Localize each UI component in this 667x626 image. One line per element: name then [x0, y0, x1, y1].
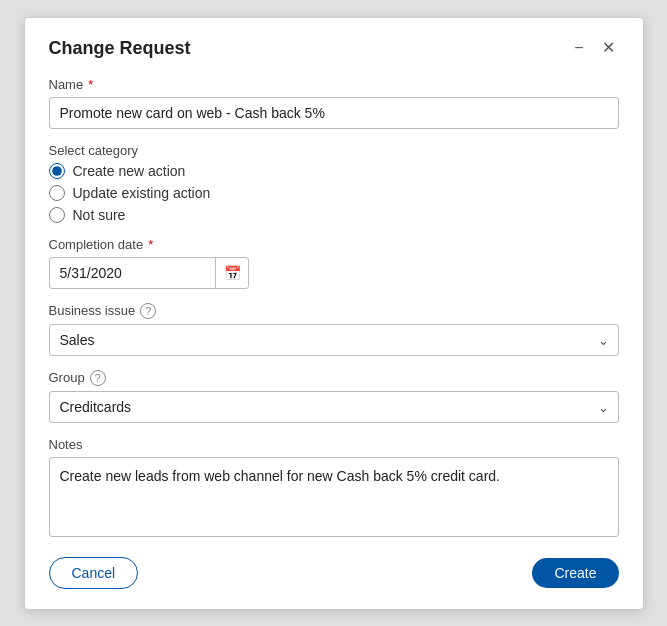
- radio-update-existing[interactable]: Update existing action: [49, 185, 619, 201]
- create-button[interactable]: Create: [532, 558, 618, 588]
- completion-date-label: Completion date *: [49, 237, 619, 252]
- notes-label: Notes: [49, 437, 619, 452]
- group-label: Group ?: [49, 370, 619, 386]
- close-button[interactable]: ✕: [598, 38, 619, 58]
- calendar-button[interactable]: 📅: [215, 257, 249, 289]
- business-issue-help-icon[interactable]: ?: [140, 303, 156, 319]
- business-issue-select[interactable]: Sales Marketing Operations Finance: [49, 324, 619, 356]
- calendar-icon: 📅: [224, 265, 241, 281]
- radio-create-new-input[interactable]: [49, 163, 65, 179]
- radio-update-existing-input[interactable]: [49, 185, 65, 201]
- category-label: Select category: [49, 143, 619, 158]
- completion-date-required-star: *: [148, 237, 153, 252]
- name-field-group: Name *: [49, 77, 619, 129]
- date-input-wrapper: 📅: [49, 257, 249, 289]
- change-request-dialog: Change Request − ✕ Name * Select categor…: [24, 17, 644, 610]
- dialog-footer: Cancel Create: [49, 557, 619, 589]
- minimize-button[interactable]: −: [570, 38, 587, 58]
- group-select[interactable]: Creditcards Loans Insurance Savings: [49, 391, 619, 423]
- notes-web-highlight: web channel: [204, 468, 283, 484]
- category-radio-group: Create new action Update existing action…: [49, 163, 619, 223]
- notes-cash-highlight: Cash back 5%: [337, 468, 427, 484]
- completion-date-field-group: Completion date * 📅: [49, 237, 619, 289]
- notes-leads-highlight: leads: [135, 468, 168, 484]
- name-label: Name *: [49, 77, 619, 92]
- radio-create-new[interactable]: Create new action: [49, 163, 619, 179]
- group-select-wrapper: Creditcards Loans Insurance Savings ⌄: [49, 391, 619, 423]
- business-issue-field-group: Business issue ? Sales Marketing Operati…: [49, 303, 619, 356]
- radio-not-sure-input[interactable]: [49, 207, 65, 223]
- business-issue-select-wrapper: Sales Marketing Operations Finance ⌄: [49, 324, 619, 356]
- name-required-star: *: [88, 77, 93, 92]
- dialog-title: Change Request: [49, 38, 191, 59]
- group-field-group: Group ? Creditcards Loans Insurance Savi…: [49, 370, 619, 423]
- radio-not-sure[interactable]: Not sure: [49, 207, 619, 223]
- notes-display: Create new leads from web channel for ne…: [49, 457, 619, 537]
- business-issue-label: Business issue ?: [49, 303, 619, 319]
- header-controls: − ✕: [570, 38, 618, 58]
- group-help-icon[interactable]: ?: [90, 370, 106, 386]
- category-field-group: Select category Create new action Update…: [49, 143, 619, 223]
- dialog-header: Change Request − ✕: [49, 38, 619, 59]
- name-input[interactable]: [49, 97, 619, 129]
- notes-field-group: Notes Create new leads from web channel …: [49, 437, 619, 537]
- cancel-button[interactable]: Cancel: [49, 557, 139, 589]
